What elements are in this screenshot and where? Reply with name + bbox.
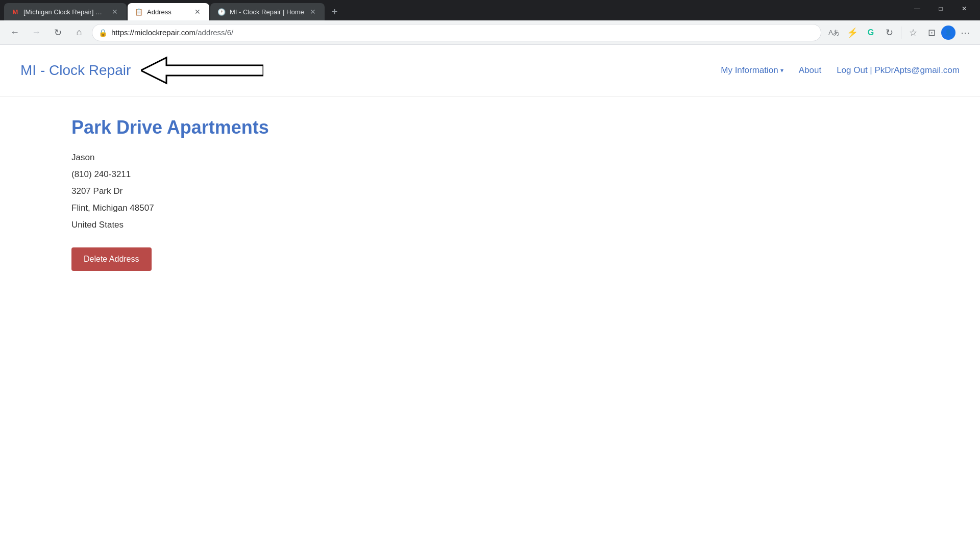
delete-address-button[interactable]: Delete Address [71, 247, 152, 271]
svg-marker-0 [141, 58, 263, 83]
forward-button[interactable]: → [28, 24, 45, 41]
avatar-image: 👤 [945, 29, 952, 36]
tab-strip: M [Michigan Clock Repair] Please C ✕ 📋 A… [4, 0, 905, 20]
gmail-favicon: M [11, 8, 19, 16]
arrow-annotation [141, 55, 263, 86]
profile-avatar[interactable]: 👤 [941, 26, 955, 40]
tab-home[interactable]: 🕐 MI - Clock Repair | Home ✕ [210, 3, 325, 20]
logout-nav[interactable]: Log Out | PkDrApts@gmail.com [837, 65, 960, 76]
grammarly-icon: G [868, 28, 874, 37]
site-logo-link[interactable]: MI - Clock Repair [20, 62, 131, 79]
tab-gmail-close[interactable]: ✕ [110, 7, 119, 16]
site-nav: My Information ▾ About Log Out | PkDrApt… [721, 65, 960, 76]
my-information-label: My Information [721, 65, 778, 76]
tab-gmail-title: [Michigan Clock Repair] Please C [23, 8, 106, 16]
title-bar: M [Michigan Clock Repair] Please C ✕ 📋 A… [0, 0, 980, 20]
tab-address[interactable]: 📋 Address ✕ [128, 3, 209, 20]
close-button[interactable]: ✕ [952, 0, 976, 17]
tab-gmail[interactable]: M [Michigan Clock Repair] Please C ✕ [4, 3, 127, 20]
city-state-zip: Flint, Michigan 48507 [71, 201, 909, 216]
country: United States [71, 218, 909, 233]
address-bar[interactable]: 🔒 https://miclockrepair.com/address/6/ [92, 24, 821, 41]
more-button[interactable]: ⋯ [957, 24, 974, 41]
sync-icon: ↻ [886, 27, 893, 38]
contact-name: Jason [71, 151, 909, 165]
toolbar-right-controls: Aあ ⚡ G ↻ ☆ ⊡ 👤 ⋯ [825, 24, 974, 41]
maximize-button[interactable]: □ [929, 0, 952, 17]
address-favicon: 📋 [135, 8, 143, 16]
tab-home-title: MI - Clock Repair | Home [230, 8, 304, 16]
url-display: https://miclockrepair.com/address/6/ [111, 28, 815, 37]
minimize-button[interactable]: — [905, 0, 929, 17]
grammarly-button[interactable]: G [862, 24, 879, 41]
extensions-icon: ⚡ [847, 27, 858, 38]
logo-area: MI - Clock Repair [20, 55, 263, 86]
back-button[interactable]: ← [6, 24, 23, 41]
star-icon: ☆ [909, 27, 917, 38]
my-information-nav[interactable]: My Information ▾ [721, 65, 783, 76]
home-button[interactable]: ⌂ [70, 24, 88, 41]
about-nav[interactable]: About [799, 65, 821, 76]
street-address: 3207 Park Dr [71, 184, 909, 199]
browser-chrome: M [Michigan Clock Repair] Please C ✕ 📋 A… [0, 0, 980, 45]
translate-button[interactable]: Aあ [825, 24, 843, 41]
translate-icon: Aあ [828, 28, 840, 37]
refresh-button[interactable]: ↻ [49, 24, 66, 41]
contact-phone: (810) 240-3211 [71, 167, 909, 182]
site-header: MI - Clock Repair My Information ▾ About… [0, 45, 980, 96]
home-favicon: 🕐 [217, 8, 226, 16]
browser-toolbar: ← → ↻ ⌂ 🔒 https://miclockrepair.com/addr… [0, 20, 980, 45]
window-controls: — □ ✕ [905, 0, 976, 20]
url-path: /address/6/ [195, 28, 233, 37]
tab-home-close[interactable]: ✕ [308, 7, 317, 16]
refresh-icon-2[interactable]: ↻ [880, 24, 898, 41]
site-main: Park Drive Apartments Jason (810) 240-32… [0, 96, 980, 291]
collections-icon: ⊡ [928, 27, 936, 38]
address-title: Park Drive Apartments [71, 117, 909, 138]
new-tab-button[interactable]: + [328, 5, 342, 19]
website-content: MI - Clock Repair My Information ▾ About… [0, 45, 980, 504]
divider [901, 27, 901, 39]
tab-address-close[interactable]: ✕ [193, 7, 202, 16]
annotation-arrow [141, 55, 263, 86]
favorites-button[interactable]: ☆ [904, 24, 922, 41]
lock-icon: 🔒 [99, 29, 107, 37]
collections-button[interactable]: ⊡ [923, 24, 940, 41]
dropdown-caret-icon: ▾ [780, 67, 783, 74]
tab-address-title: Address [147, 8, 189, 16]
extensions-button[interactable]: ⚡ [844, 24, 861, 41]
url-base: https://miclockrepair.com [111, 28, 195, 37]
